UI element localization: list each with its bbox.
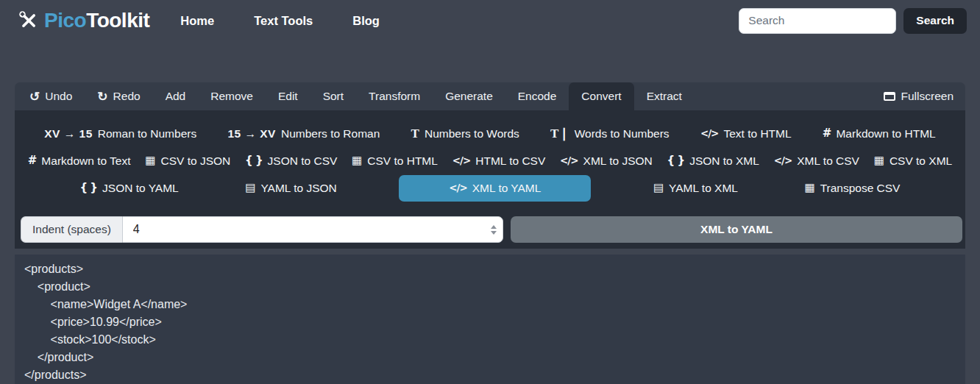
- code-icon: </>: [700, 129, 719, 139]
- braces-icon: { }: [79, 182, 97, 193]
- logo-toolkit: Toolkit: [86, 9, 149, 32]
- tab-generate[interactable]: Generate: [433, 82, 505, 110]
- convert-panel: XV → 15 Roman to Numbers 15 → XV Numbers…: [15, 110, 965, 249]
- convert-xml-to-json[interactable]: </> XML to JSON: [555, 154, 657, 168]
- roman-prefix: XV → 15: [44, 127, 93, 141]
- braces-icon: { }: [245, 155, 263, 166]
- convert-words-to-numbers[interactable]: T❘ Words to Numbers: [546, 127, 674, 141]
- convert-yaml-to-json[interactable]: ▤ YAML to JSON: [241, 182, 341, 195]
- convert-xml-to-yaml-selected[interactable]: </> XML to YAML: [399, 175, 591, 202]
- indent-label: Indent (spaces): [21, 216, 122, 243]
- table-icon: ▦: [352, 155, 362, 166]
- redo-icon: ↻: [97, 90, 107, 103]
- indent-input[interactable]: [122, 216, 503, 243]
- redo-button[interactable]: ↻ Redo: [85, 82, 152, 110]
- convert-label: CSV to JSON: [160, 154, 230, 168]
- code-line: </products>: [24, 366, 965, 384]
- table-icon: ▦: [804, 182, 814, 193]
- convert-csv-to-json[interactable]: ▦ CSV to JSON: [141, 154, 235, 168]
- toolbar: ↺ Undo ↻ Redo Add Remove Edit Sort Trans…: [15, 82, 965, 110]
- convert-numbers-to-roman[interactable]: 15 → XV Numbers to Roman: [223, 127, 384, 141]
- convert-row-1: XV → 15 Roman to Numbers 15 → XV Numbers…: [18, 120, 962, 147]
- convert-label: JSON to XML: [689, 154, 759, 168]
- code-line: <stock>100</stock>: [24, 331, 965, 349]
- indent-input-group: Indent (spaces): [21, 216, 503, 243]
- code-line: <product>: [24, 278, 965, 296]
- convert-label: Transpose CSV: [820, 182, 901, 195]
- redo-label: Redo: [113, 90, 141, 103]
- convert-label: Numbers to Roman: [281, 127, 380, 141]
- convert-label: XML to CSV: [797, 154, 859, 168]
- convert-label: HTML to CSV: [475, 154, 545, 168]
- tab-encode[interactable]: Encode: [505, 82, 569, 110]
- convert-markdown-to-html[interactable]: # Markdown to HTML: [818, 127, 940, 141]
- nav-text-tools[interactable]: Text Tools: [254, 14, 313, 28]
- convert-label: CSV to XML: [890, 154, 952, 168]
- logo[interactable]: PicoToolkit: [18, 9, 149, 32]
- search-input[interactable]: [739, 8, 896, 34]
- convert-json-to-yaml[interactable]: { } JSON to YAML: [75, 182, 182, 195]
- convert-numbers-to-words[interactable]: T Numbers to Words: [407, 127, 524, 141]
- tab-extract[interactable]: Extract: [634, 82, 695, 110]
- convert-label: XML to YAML: [472, 182, 542, 195]
- code-icon: </>: [452, 156, 471, 166]
- main-nav: Home Text Tools Blog: [180, 14, 380, 28]
- fullscreen-icon: [884, 92, 895, 101]
- convert-yaml-to-xml[interactable]: ▤ YAML to XML: [649, 182, 742, 195]
- tab-convert[interactable]: Convert: [569, 82, 633, 110]
- tab-edit[interactable]: Edit: [266, 82, 310, 110]
- logo-text: PicoToolkit: [44, 9, 149, 32]
- code-editor[interactable]: <products> <product> <name>Widget A</nam…: [15, 255, 965, 384]
- text-icon: T: [411, 127, 419, 140]
- tab-add[interactable]: Add: [153, 82, 199, 110]
- stepper-up-icon[interactable]: [491, 225, 497, 229]
- tab-remove[interactable]: Remove: [198, 82, 266, 110]
- nav-blog[interactable]: Blog: [352, 14, 380, 28]
- convert-json-to-csv[interactable]: { } JSON to CSV: [241, 154, 341, 168]
- header: PicoToolkit Home Text Tools Blog Search: [0, 0, 980, 41]
- stepper-down-icon[interactable]: [491, 231, 497, 235]
- convert-csv-to-xml[interactable]: ▦ CSV to XML: [870, 154, 956, 168]
- fullscreen-button[interactable]: Fullscreen: [872, 82, 966, 110]
- code-icon: </>: [774, 156, 792, 166]
- convert-csv-to-html[interactable]: ▦ CSV to HTML: [347, 154, 442, 168]
- braces-icon: { }: [667, 155, 685, 166]
- undo-label: Undo: [45, 90, 72, 103]
- fullscreen-label: Fullscreen: [901, 90, 954, 103]
- convert-markdown-to-text[interactable]: # Markdown to Text: [24, 154, 135, 168]
- undo-icon: ↺: [29, 90, 40, 103]
- code-line: <name>Widget A</name>: [24, 296, 965, 313]
- table-icon: ▦: [874, 155, 884, 166]
- convert-label: Markdown to HTML: [836, 127, 935, 141]
- code-icon: </>: [449, 183, 467, 193]
- table-icon: ▦: [145, 155, 155, 166]
- nav-home[interactable]: Home: [180, 14, 214, 28]
- xml-to-yaml-convert-button[interactable]: XML to YAML: [511, 216, 962, 243]
- convert-label: Roman to Numbers: [98, 127, 196, 141]
- search-area: Search: [739, 8, 967, 34]
- controls-row: Indent (spaces) XML to YAML: [18, 216, 962, 243]
- main-panel: ↺ Undo ↻ Redo Add Remove Edit Sort Trans…: [15, 82, 965, 384]
- text-cursor-icon: T❘: [550, 127, 569, 140]
- code-line: </product>: [24, 349, 965, 366]
- convert-transpose-csv[interactable]: ▦ Transpose CSV: [800, 182, 904, 195]
- convert-label: Markdown to Text: [41, 154, 130, 168]
- convert-row-2: # Markdown to Text ▦ CSV to JSON { } JSO…: [18, 147, 962, 174]
- convert-html-to-csv[interactable]: </> HTML to CSV: [448, 154, 550, 168]
- code-icon: </>: [560, 156, 578, 166]
- convert-label: JSON to CSV: [268, 154, 338, 168]
- convert-label: Words to Numbers: [575, 127, 670, 141]
- code-line: <products>: [24, 260, 965, 278]
- convert-text-to-html[interactable]: </> Text to HTML: [696, 127, 796, 141]
- convert-label: JSON to YAML: [102, 182, 179, 195]
- undo-button[interactable]: ↺ Undo: [15, 82, 85, 110]
- number-stepper[interactable]: [489, 216, 499, 243]
- convert-xml-to-csv[interactable]: </> XML to CSV: [770, 154, 864, 168]
- convert-label: Numbers to Words: [425, 127, 519, 141]
- tab-sort[interactable]: Sort: [310, 82, 356, 110]
- search-button[interactable]: Search: [903, 8, 967, 34]
- convert-roman-to-numbers[interactable]: XV → 15 Roman to Numbers: [40, 127, 201, 141]
- tab-transform[interactable]: Transform: [356, 82, 433, 110]
- code-line: <price>10.99</price>: [24, 313, 965, 331]
- convert-json-to-xml[interactable]: { } JSON to XML: [663, 154, 764, 168]
